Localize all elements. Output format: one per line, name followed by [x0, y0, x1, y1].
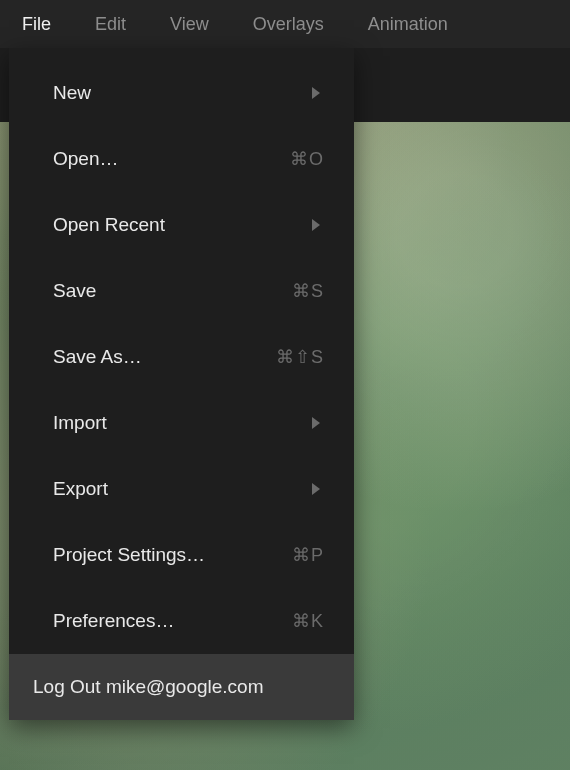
shortcut-project-settings: ⌘P [292, 544, 324, 566]
menu-item-import-label: Import [53, 412, 312, 434]
menu-animation[interactable]: Animation [346, 0, 470, 48]
menu-item-open-recent[interactable]: Open Recent [9, 192, 354, 258]
menu-item-save-as-label: Save As… [53, 346, 276, 368]
shortcut-save-as: ⌘⇧S [276, 346, 324, 368]
menu-item-new-label: New [53, 82, 312, 104]
menu-edit[interactable]: Edit [73, 0, 148, 48]
submenu-arrow-icon [312, 417, 320, 429]
menu-view-label: View [170, 14, 209, 35]
menu-file-label: File [22, 14, 51, 35]
submenu-arrow-icon [312, 219, 320, 231]
menu-file[interactable]: File [0, 0, 73, 48]
menu-item-preferences-label: Preferences… [53, 610, 292, 632]
menu-overlays-label: Overlays [253, 14, 324, 35]
menu-item-open-label: Open… [53, 148, 290, 170]
shortcut-open: ⌘O [290, 148, 324, 170]
main-menubar: File Edit View Overlays Animation [0, 0, 570, 48]
menu-item-export[interactable]: Export [9, 456, 354, 522]
menu-item-save-label: Save [53, 280, 292, 302]
menu-item-open[interactable]: Open… ⌘O [9, 126, 354, 192]
menu-item-new[interactable]: New [9, 60, 354, 126]
menu-item-project-settings[interactable]: Project Settings… ⌘P [9, 522, 354, 588]
submenu-arrow-icon [312, 87, 320, 99]
menu-item-preferences[interactable]: Preferences… ⌘K [9, 588, 354, 654]
menu-edit-label: Edit [95, 14, 126, 35]
menu-item-import[interactable]: Import [9, 390, 354, 456]
menu-item-project-settings-label: Project Settings… [53, 544, 292, 566]
shortcut-save: ⌘S [292, 280, 324, 302]
menu-item-log-out[interactable]: Log Out mike@google.com [9, 654, 354, 720]
menu-item-open-recent-label: Open Recent [53, 214, 312, 236]
menu-item-export-label: Export [53, 478, 312, 500]
shortcut-preferences: ⌘K [292, 610, 324, 632]
menu-item-save[interactable]: Save ⌘S [9, 258, 354, 324]
file-dropdown: New Open… ⌘O Open Recent Save ⌘S Save As… [9, 48, 354, 720]
menu-overlays[interactable]: Overlays [231, 0, 346, 48]
menu-animation-label: Animation [368, 14, 448, 35]
menu-item-save-as[interactable]: Save As… ⌘⇧S [9, 324, 354, 390]
menu-item-log-out-label: Log Out mike@google.com [33, 676, 324, 698]
menu-view[interactable]: View [148, 0, 231, 48]
submenu-arrow-icon [312, 483, 320, 495]
